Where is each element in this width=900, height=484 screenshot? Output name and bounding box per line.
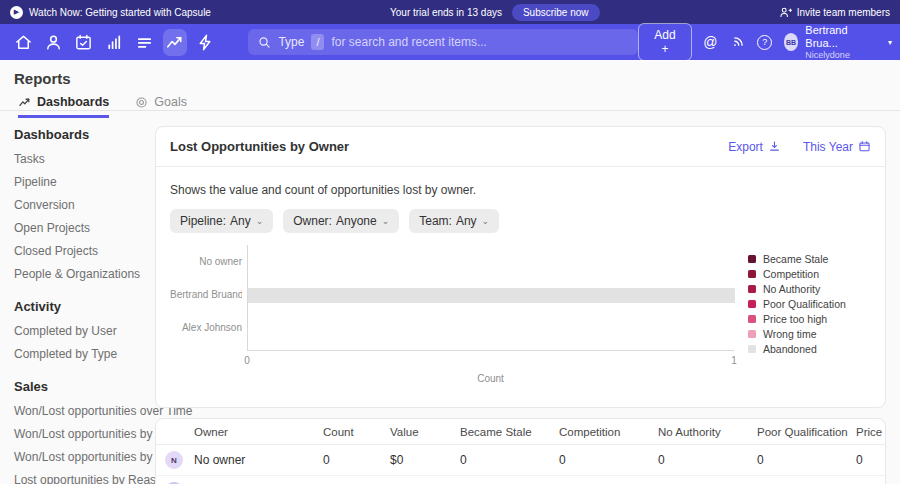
filter-label: Owner:	[293, 214, 332, 228]
legend-swatch	[748, 330, 756, 338]
tab-dashboards-label: Dashboards	[37, 95, 109, 109]
column-header-count[interactable]: Count	[323, 426, 390, 438]
export-button[interactable]: Export	[728, 140, 781, 154]
row-avatar: N	[165, 451, 183, 469]
column-header-value[interactable]: Value	[390, 426, 460, 438]
column-header-competition[interactable]: Competition	[559, 426, 658, 438]
slash-key-hint: /	[311, 34, 324, 50]
sidebar-item-won-lost-opportunities-by-owner[interactable]: Won/Lost opportunities by Owner	[14, 423, 149, 446]
column-header-owner[interactable]: Owner	[194, 426, 323, 438]
search-type-label: Type	[278, 35, 304, 49]
chevron-down-icon: ⌄	[382, 216, 390, 226]
legend-item-poor-qualification: Poor Qualification	[748, 296, 846, 311]
legend-swatch	[748, 285, 756, 293]
column-header-price-too-high[interactable]: Price too high	[856, 426, 886, 438]
help-icon[interactable]: ?	[757, 33, 773, 51]
home-icon[interactable]	[11, 29, 35, 56]
reports-icon[interactable]	[163, 29, 187, 56]
tab-goals-label: Goals	[154, 95, 187, 109]
filter-label: Team:	[419, 214, 452, 228]
export-label: Export	[728, 140, 763, 154]
sidebar-item-pipeline[interactable]: Pipeline	[14, 171, 149, 194]
sidebar-section-title: Sales	[14, 379, 149, 394]
sidebar-item-completed-by-type[interactable]: Completed by Type	[14, 343, 149, 366]
subscribe-button[interactable]: Subscribe now	[512, 4, 600, 21]
filter-bar: Pipeline:Any⌄Owner:Anyone⌄Team:Any⌄	[170, 209, 871, 233]
legend-label: Abandoned	[763, 343, 817, 355]
cell-competition: 0	[559, 453, 658, 467]
trial-countdown: Your trial ends in 13 days	[390, 7, 502, 18]
sidebar-section-title: Dashboards	[14, 127, 149, 142]
filter-owner[interactable]: Owner:Anyone⌄	[283, 209, 399, 233]
people-icon[interactable]	[41, 29, 65, 56]
results-table: OwnerCountValueBecame StaleCompetitionNo…	[156, 419, 886, 484]
sidebar-item-lost-opportunities-by-reason[interactable]: Lost opportunities by Reason	[14, 469, 149, 484]
calendar-icon[interactable]	[72, 29, 96, 56]
main-navbar: Type / for search and recent items... Ad…	[0, 24, 900, 60]
bar-chart-icon[interactable]	[102, 29, 126, 56]
calendar-small-icon	[858, 140, 871, 153]
legend-label: No Authority	[763, 283, 820, 295]
avatar: BB	[784, 33, 799, 51]
account-menu[interactable]: BB Bertrand Brua... Nicelydone ▾	[784, 24, 892, 60]
column-header-no-authority[interactable]: No Authority	[658, 426, 757, 438]
chevron-down-icon: ⌄	[482, 216, 490, 226]
list-icon[interactable]	[132, 29, 156, 56]
column-header-became-stale[interactable]: Became Stale	[460, 426, 559, 438]
legend-swatch	[748, 300, 756, 308]
page-header: Reports Dashboards Goals	[0, 60, 900, 111]
sidebar-section-title: Activity	[14, 299, 149, 314]
report-card: Lost Opportunities by Owner Export This …	[155, 126, 886, 408]
add-button[interactable]: Add +	[638, 23, 691, 61]
legend-label: Competition	[763, 268, 819, 280]
filter-team[interactable]: Team:Any⌄	[409, 209, 499, 233]
column-header-poor-qualification[interactable]: Poor Qualification	[757, 426, 856, 438]
chart-category-label: Bertrand Bruande...	[170, 289, 242, 300]
page-title: Reports	[14, 70, 900, 87]
x-axis-line	[247, 350, 734, 351]
broadcast-icon[interactable]	[729, 33, 746, 51]
cell-count: 0	[323, 453, 390, 467]
filter-label: Pipeline:	[180, 214, 226, 228]
sidebar-item-conversion[interactable]: Conversion	[14, 194, 149, 217]
date-range-button[interactable]: This Year	[803, 140, 871, 154]
legend-swatch	[748, 315, 756, 323]
bar-abandoned[interactable]	[248, 288, 735, 303]
chevron-down-icon: ⌄	[256, 216, 264, 226]
sidebar-item-won-lost-opportunities-by-team[interactable]: Won/Lost opportunities by Team	[14, 446, 149, 469]
filter-pipeline[interactable]: Pipeline:Any⌄	[170, 209, 273, 233]
sidebar-item-completed-by-user[interactable]: Completed by User	[14, 320, 149, 343]
cell-price-too-high: 0	[856, 453, 886, 467]
sidebar-item-tasks[interactable]: Tasks	[14, 148, 149, 171]
chart-category-label: No owner	[170, 256, 242, 267]
table-row[interactable]: NNo owner0$000000	[156, 445, 886, 476]
cell-value: $0	[390, 453, 460, 467]
legend-label: Poor Qualification	[763, 298, 846, 310]
y-axis-line	[247, 245, 248, 350]
legend-label: Wrong time	[763, 328, 817, 340]
lost-opportunities-chart: No ownerBertrand Bruande...Alex Johnson0…	[170, 245, 871, 393]
legend-item-price-too-high: Price too high	[748, 311, 846, 326]
search-input[interactable]: Type / for search and recent items...	[248, 29, 638, 55]
legend-swatch	[748, 270, 756, 278]
table-avatar-cell: N	[156, 451, 194, 469]
automation-icon[interactable]	[193, 29, 217, 56]
at-mention-icon[interactable]: @	[703, 33, 719, 51]
cell-no-authority: 0	[658, 453, 757, 467]
sidebar-item-open-projects[interactable]: Open Projects	[14, 217, 149, 240]
invite-team-button[interactable]: Invite team members	[779, 6, 890, 19]
watch-now-link[interactable]: ▶ Watch Now: Getting started with Capsul…	[10, 6, 211, 19]
sidebar-section-sales: SalesWon/Lost opportunities over TimeWon…	[14, 379, 149, 484]
legend-label: Price too high	[763, 313, 827, 325]
sidebar-item-people-organizations[interactable]: People & Organizations	[14, 263, 149, 286]
table-row-partial[interactable]	[156, 476, 886, 484]
legend-item-wrong-time: Wrong time	[748, 326, 846, 341]
x-axis-title: Count	[477, 373, 504, 384]
cell-poor-qualification: 0	[757, 453, 856, 467]
sidebar-item-closed-projects[interactable]: Closed Projects	[14, 240, 149, 263]
legend-swatch	[748, 255, 756, 263]
sidebar-item-won-lost-opportunities-over-time[interactable]: Won/Lost opportunities over Time	[14, 400, 149, 423]
filter-value: Anyone	[336, 214, 377, 228]
main-panel: Lost Opportunities by Owner Export This …	[155, 111, 900, 484]
filter-value: Any	[230, 214, 251, 228]
